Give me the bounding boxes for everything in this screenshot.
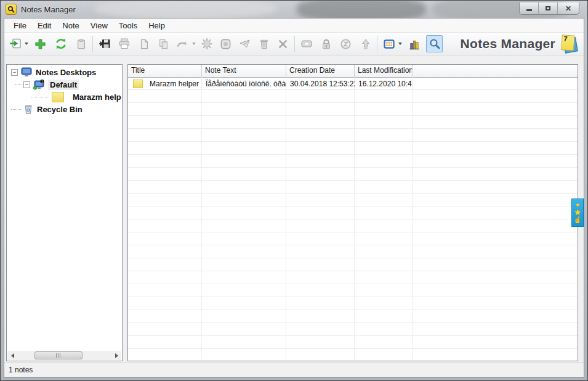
save-button[interactable] bbox=[96, 35, 113, 52]
refresh-button[interactable] bbox=[52, 35, 69, 52]
restore-button[interactable] bbox=[539, 2, 558, 14]
open-desktop-dropdown[interactable] bbox=[25, 43, 28, 45]
view-mode-dropdown[interactable] bbox=[398, 43, 402, 45]
column-header-note-text[interactable]: Note Text bbox=[202, 65, 286, 77]
print-button[interactable] bbox=[116, 35, 132, 52]
tree-horizontal-scrollbar[interactable] bbox=[7, 351, 121, 360]
menu-note[interactable]: Note bbox=[57, 20, 84, 31]
paste-icon bbox=[76, 38, 87, 50]
open-desktop-button[interactable] bbox=[7, 35, 23, 52]
sleep-button[interactable] bbox=[337, 35, 354, 52]
paste-button[interactable] bbox=[73, 35, 89, 52]
lock-button[interactable] bbox=[318, 35, 334, 52]
view-mode-button[interactable] bbox=[381, 35, 397, 52]
menu-bar: File Edit Note View Tools Help bbox=[4, 18, 584, 32]
scroll-left-icon bbox=[11, 353, 14, 358]
column-header-last-modification[interactable]: Last Modification bbox=[355, 65, 413, 77]
scroll-left-button[interactable] bbox=[7, 351, 17, 360]
sleep-icon bbox=[340, 38, 352, 50]
scroll-right-icon bbox=[115, 353, 118, 358]
notes-count-status: 1 notes bbox=[9, 366, 33, 374]
rating-widget[interactable]: ★ ★ ☝ bbox=[571, 199, 584, 227]
aero-glass-highlight bbox=[94, 1, 278, 18]
brand-logo-badge: 7 bbox=[561, 35, 575, 51]
hide-button[interactable] bbox=[298, 35, 315, 52]
brand-title: Notes Manager bbox=[461, 36, 555, 51]
panel-splitter[interactable] bbox=[123, 64, 127, 361]
menu-file[interactable]: File bbox=[8, 20, 32, 31]
priority-button[interactable] bbox=[357, 35, 374, 52]
delete-button[interactable] bbox=[275, 35, 291, 52]
table-body: Marazm helper Ïåðåìèñòàòü ìòïóñê. òðàò..… bbox=[128, 77, 578, 361]
redo-icon bbox=[177, 39, 188, 49]
add-note-button[interactable] bbox=[32, 35, 49, 52]
print-icon bbox=[118, 38, 131, 50]
scrollbar-track[interactable] bbox=[17, 351, 111, 360]
menu-help[interactable]: Help bbox=[143, 20, 171, 31]
collapse-toggle[interactable]: − bbox=[11, 69, 18, 76]
note-title: Marazm helper bbox=[150, 80, 199, 88]
column-header-title[interactable]: Title bbox=[128, 65, 202, 77]
tree-item-label: Notes Desktops bbox=[36, 68, 96, 77]
close-button[interactable]: ✕ bbox=[558, 2, 579, 14]
redo-button[interactable] bbox=[174, 35, 191, 52]
collapse-toggle[interactable]: − bbox=[23, 81, 30, 88]
statistics-button[interactable] bbox=[406, 35, 422, 52]
column-header-creation-date[interactable]: Creation Date bbox=[286, 65, 355, 77]
effects-icon bbox=[201, 38, 213, 50]
copy-button[interactable] bbox=[155, 35, 172, 52]
magnifier-icon bbox=[7, 6, 15, 13]
minimize-button[interactable] bbox=[520, 2, 539, 14]
toolbar-separator bbox=[92, 36, 93, 52]
lock-icon bbox=[321, 38, 332, 50]
stop-button[interactable] bbox=[217, 35, 234, 52]
copy-icon bbox=[158, 38, 169, 50]
notes-table-panel: Title Note Text Creation Date Last Modif… bbox=[127, 64, 578, 361]
recycle-bin-icon bbox=[23, 104, 33, 115]
aero-glass-shadow bbox=[297, 1, 426, 18]
hand-cursor-icon: ☝ bbox=[573, 216, 582, 223]
send-button[interactable] bbox=[236, 35, 253, 52]
new-page-button[interactable] bbox=[135, 35, 152, 52]
hide-icon bbox=[300, 38, 313, 49]
send-icon bbox=[239, 38, 251, 49]
app-window: Notes Manager ✕ File Edit Note View Tool… bbox=[0, 0, 588, 381]
tree-connector bbox=[15, 84, 23, 85]
redo-dropdown[interactable] bbox=[192, 43, 196, 45]
title-bar[interactable]: Notes Manager ✕ bbox=[1, 1, 587, 18]
window-title: Notes Manager bbox=[21, 5, 76, 14]
refresh-icon bbox=[55, 38, 67, 50]
tree-item-marazm-helper[interactable]: Marazm helper bbox=[7, 91, 121, 103]
restore-icon bbox=[546, 6, 550, 10]
note-icon bbox=[133, 80, 143, 88]
note-last-modification: 16.12.2020 10:4... bbox=[355, 77, 413, 90]
table-header: Title Note Text Creation Date Last Modif… bbox=[128, 65, 578, 78]
save-icon bbox=[99, 38, 111, 50]
priority-up-icon bbox=[361, 38, 371, 50]
open-desktop-icon bbox=[9, 38, 22, 50]
trash-button[interactable] bbox=[256, 35, 272, 52]
note-creation-date: 30.04.2018 12:53:22 bbox=[286, 77, 355, 90]
menu-view[interactable]: View bbox=[85, 20, 113, 31]
effects-button[interactable] bbox=[198, 35, 215, 52]
column-header-filler bbox=[413, 65, 578, 77]
star-large-icon[interactable]: ★ bbox=[574, 208, 582, 216]
menu-edit[interactable]: Edit bbox=[32, 20, 57, 31]
desktops-tree: − Notes Desktops − bbox=[7, 66, 121, 350]
scroll-right-button[interactable] bbox=[111, 351, 121, 360]
desktop-active-icon: 1 bbox=[33, 80, 44, 90]
scrollbar-thumb[interactable] bbox=[34, 351, 83, 359]
desktops-tree-panel: − Notes Desktops − bbox=[6, 64, 123, 361]
tree-item-label: Default bbox=[48, 80, 79, 90]
app-icon bbox=[6, 4, 17, 15]
note-text: Ïåðåìèñòàòü ìòïóñê. òðàò... bbox=[202, 77, 286, 90]
toolbar-separator bbox=[377, 36, 377, 52]
toolbar-separator bbox=[294, 36, 295, 52]
menu-tools[interactable]: Tools bbox=[113, 20, 143, 31]
search-button[interactable] bbox=[426, 35, 443, 52]
tree-item-default[interactable]: − 1 Default bbox=[7, 78, 121, 91]
view-mode-icon bbox=[383, 38, 395, 50]
tree-item-recycle-bin[interactable]: Recycle Bin bbox=[7, 103, 121, 115]
table-row[interactable]: Marazm helper Ïåðåìèñòàòü ìòïóñê. òðàò..… bbox=[128, 77, 578, 90]
tree-item-notes-desktops[interactable]: − Notes Desktops bbox=[7, 66, 121, 78]
